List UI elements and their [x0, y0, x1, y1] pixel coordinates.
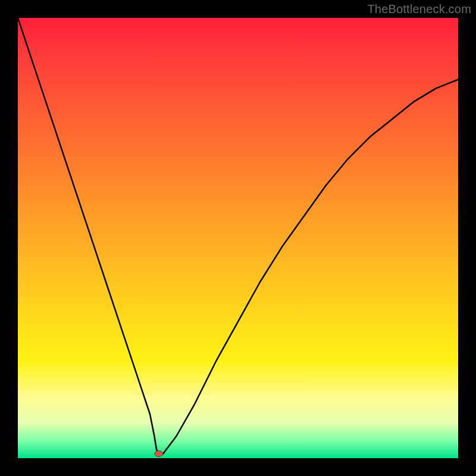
chart-frame: TheBottleneck.com	[0, 0, 476, 476]
watermark-label: TheBottleneck.com	[367, 2, 471, 16]
bottleneck-curve	[18, 18, 458, 454]
plot-area	[18, 18, 458, 458]
minimum-marker	[155, 451, 163, 457]
curve-layer	[18, 18, 458, 458]
